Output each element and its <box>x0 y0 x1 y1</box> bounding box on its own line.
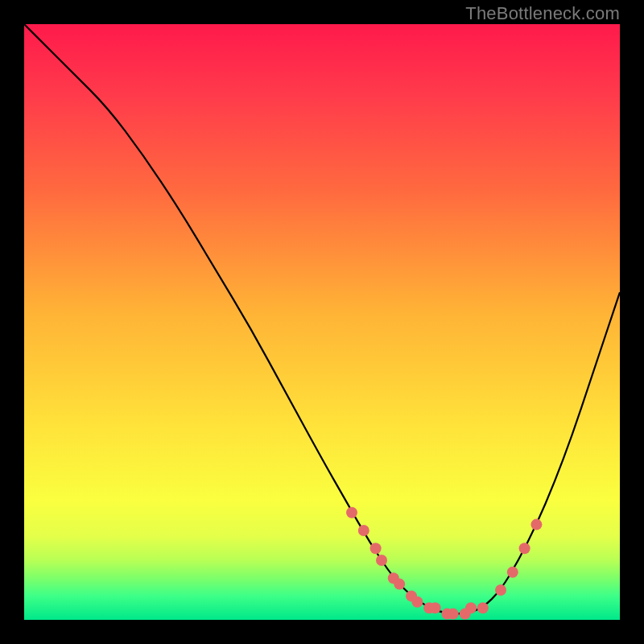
watermark-text: TheBottleneck.com <box>465 3 620 24</box>
curve-marker <box>430 602 441 613</box>
curve-marker <box>519 543 530 554</box>
curve-marker <box>507 567 518 578</box>
curve-marker <box>370 543 382 554</box>
plot-area <box>24 24 620 620</box>
curve-marker <box>477 602 489 613</box>
curve-marker <box>448 609 459 620</box>
curve-marker <box>394 579 405 590</box>
outer-frame: TheBottleneck.com <box>0 0 644 644</box>
bottleneck-curve <box>24 24 620 614</box>
curve-marker <box>411 597 423 608</box>
marker-group <box>346 507 542 620</box>
curve-marker <box>465 602 477 613</box>
curve-marker <box>376 555 387 566</box>
curve-marker <box>530 519 542 530</box>
curve-marker <box>358 525 369 536</box>
curve-marker <box>346 507 357 518</box>
curve-marker <box>495 584 506 596</box>
chart-svg <box>24 24 620 620</box>
